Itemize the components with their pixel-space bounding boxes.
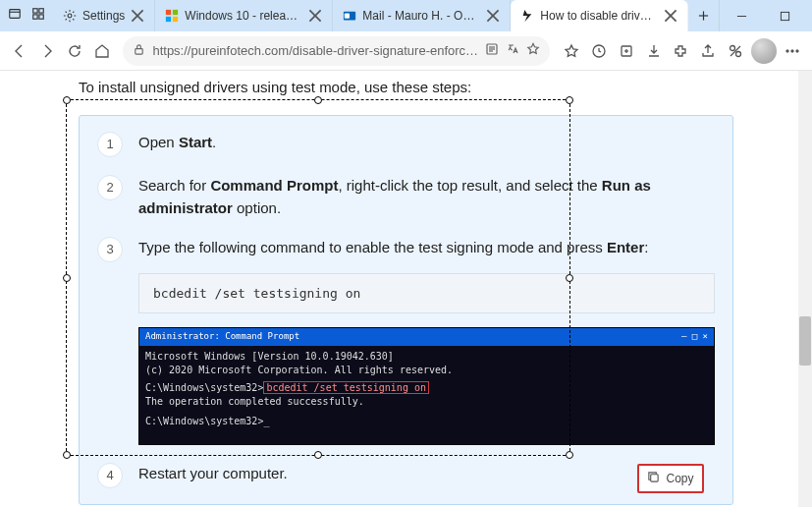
favorite-icon[interactable] xyxy=(526,42,540,59)
svg-rect-24 xyxy=(781,12,788,20)
window-titlebar: Settings Windows 10 - release inf… Mail … xyxy=(0,0,812,31)
copy-button[interactable]: Copy xyxy=(637,464,704,493)
step-body: Restart your computer. xyxy=(138,463,715,488)
minimize-button[interactable] xyxy=(720,0,763,31)
tab-label: Mail - Mauro H. - Outlook xyxy=(362,9,480,23)
microsoft-icon xyxy=(165,9,179,23)
tab-label: Windows 10 - release inf… xyxy=(185,9,302,23)
gear-icon xyxy=(63,9,77,23)
tab-pureinfotech[interactable]: How to disable driver sig… xyxy=(511,0,688,31)
favorites-button[interactable] xyxy=(560,35,583,67)
svg-rect-0 xyxy=(10,10,21,19)
cmd-titlebar: Administrator: Command Prompt— □ × xyxy=(139,328,714,346)
close-icon[interactable] xyxy=(664,9,677,23)
profile-button[interactable] xyxy=(751,35,777,67)
tab-windows10[interactable]: Windows 10 - release inf… xyxy=(155,0,333,31)
copy-icon xyxy=(647,471,660,486)
svg-point-37 xyxy=(736,51,741,56)
reader-icon[interactable] xyxy=(485,42,499,59)
step-number: 1 xyxy=(97,132,123,157)
downloads-button[interactable] xyxy=(642,35,666,67)
extensions-button[interactable] xyxy=(670,35,693,67)
lock-icon xyxy=(133,43,145,59)
address-bar[interactable]: https://pureinfotech.com/disable-driver-… xyxy=(123,36,550,66)
svg-rect-41 xyxy=(651,475,658,481)
svg-rect-9 xyxy=(166,10,171,15)
page-content: To install unsigned drivers using test m… xyxy=(0,71,812,507)
svg-rect-12 xyxy=(173,17,178,22)
outlook-icon xyxy=(343,9,356,23)
forward-button[interactable] xyxy=(35,35,59,67)
tab-label: How to disable driver sig… xyxy=(540,9,658,23)
svg-point-40 xyxy=(796,49,798,51)
step-number: 3 xyxy=(97,237,123,262)
web-capture-button[interactable] xyxy=(724,35,747,67)
svg-rect-10 xyxy=(173,10,178,15)
home-button[interactable] xyxy=(90,35,114,67)
svg-rect-2 xyxy=(33,9,37,13)
svg-rect-11 xyxy=(166,17,171,22)
step-number: 2 xyxy=(97,175,123,200)
tab-strip: Settings Windows 10 - release inf… Mail … xyxy=(53,0,720,31)
tab-label: Settings xyxy=(82,9,125,23)
step-body: Search for Command Prompt, right-click t… xyxy=(138,175,715,219)
menu-button[interactable] xyxy=(781,35,804,67)
page-icon xyxy=(520,9,534,23)
avatar xyxy=(751,38,777,64)
tab-settings[interactable]: Settings xyxy=(53,0,155,31)
step-2: 2 Search for Command Prompt, right-click… xyxy=(97,175,715,219)
close-icon[interactable] xyxy=(308,9,322,23)
svg-point-38 xyxy=(786,49,788,51)
tab-outlook[interactable]: Mail - Mauro H. - Outlook xyxy=(333,0,511,31)
browser-toolbar: https://pureinfotech.com/disable-driver-… xyxy=(0,31,812,71)
svg-rect-5 xyxy=(39,15,43,19)
vertical-tabs-icon[interactable] xyxy=(31,7,45,25)
code-block: bcdedit /set testsigning on xyxy=(138,273,715,314)
back-button[interactable] xyxy=(8,35,31,67)
svg-point-36 xyxy=(731,45,735,50)
svg-point-6 xyxy=(68,14,72,18)
history-button[interactable] xyxy=(587,35,611,67)
step-number: 4 xyxy=(97,463,123,488)
vertical-scrollbar[interactable] xyxy=(798,71,812,507)
share-button[interactable] xyxy=(696,35,720,67)
close-icon[interactable] xyxy=(486,9,500,23)
translate-icon[interactable] xyxy=(506,42,519,59)
collections-button[interactable] xyxy=(615,35,638,67)
intro-text: To install unsigned drivers using test m… xyxy=(79,79,733,95)
step-1: 1 Open Start. xyxy=(97,132,715,157)
close-icon[interactable] xyxy=(131,9,144,23)
step-body: Open Start. xyxy=(138,132,715,157)
scrollbar-thumb[interactable] xyxy=(799,316,811,366)
copy-label: Copy xyxy=(666,472,693,485)
url-text: https://pureinfotech.com/disable-driver-… xyxy=(152,43,478,58)
maximize-button[interactable] xyxy=(763,0,806,31)
command-prompt-screenshot: Administrator: Command Prompt— □ × Micro… xyxy=(138,327,715,445)
close-window-button[interactable] xyxy=(806,0,812,31)
steps-list: 1 Open Start. 2 Search for Command Promp… xyxy=(79,115,733,505)
svg-rect-3 xyxy=(39,9,43,13)
tab-actions-icon[interactable] xyxy=(8,7,22,25)
svg-rect-27 xyxy=(135,48,142,54)
step-3: 3 Type the following command to enable t… xyxy=(97,237,715,445)
new-tab-button[interactable] xyxy=(688,0,720,31)
step-body: Type the following command to enable the… xyxy=(138,237,715,445)
step-4: 4 Restart your computer. xyxy=(97,463,715,488)
svg-rect-4 xyxy=(33,15,37,19)
svg-point-39 xyxy=(791,49,793,51)
svg-rect-16 xyxy=(345,13,350,18)
refresh-button[interactable] xyxy=(63,35,86,67)
